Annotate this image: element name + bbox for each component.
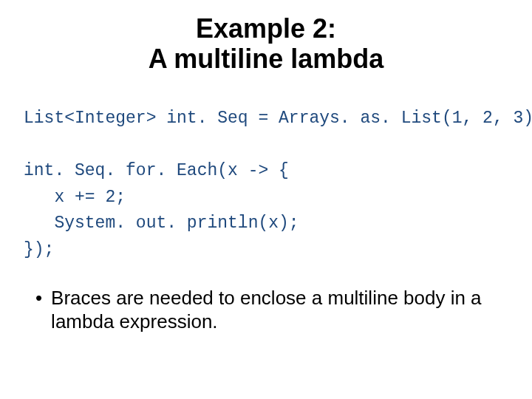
bullet-list: • Braces are needed to enclose a multili…	[35, 286, 501, 334]
bullet-item: • Braces are needed to enclose a multili…	[35, 286, 501, 334]
bullet-marker: •	[35, 286, 42, 310]
code-block: List<Integer> int. Seq = Arrays. as. Lis…	[24, 106, 532, 264]
bullet-text: Braces are needed to enclose a multiline…	[51, 286, 501, 334]
title-line-2: A multiline lambda	[0, 44, 532, 74]
slide-title: Example 2: A multiline lambda	[0, 0, 532, 75]
title-line-1: Example 2:	[0, 13, 532, 44]
slide: Example 2: A multiline lambda List<Integ…	[0, 0, 532, 399]
